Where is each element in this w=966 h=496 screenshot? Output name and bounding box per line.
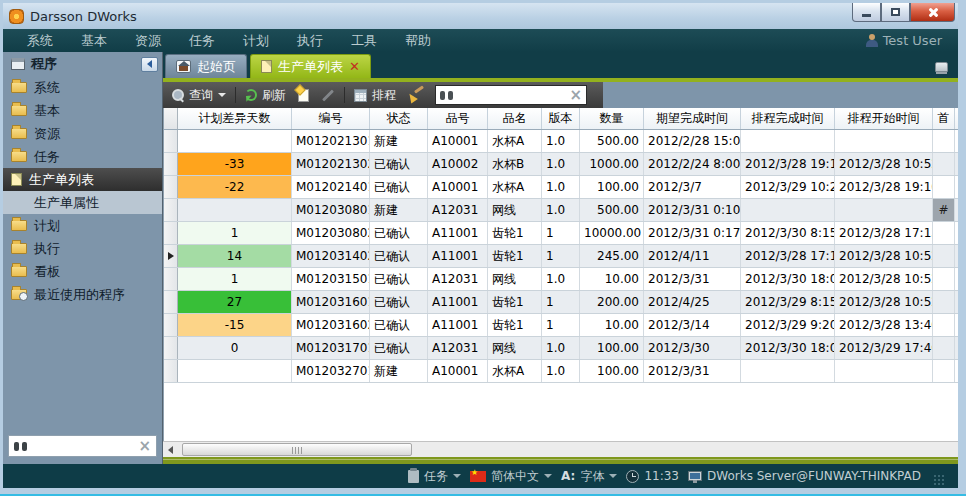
clear-search-icon[interactable]: × xyxy=(138,439,151,454)
sidebar-item[interactable]: 计划 xyxy=(3,214,162,237)
grid-cell-diff[interactable] xyxy=(178,130,292,152)
table-row[interactable]: M012030801新建A12031网线1.0500.002012/3/31 0… xyxy=(164,199,958,222)
grid-cell-start[interactable]: 2012/3/28 10:52 xyxy=(835,153,933,175)
grid-cell-diff[interactable]: -33 xyxy=(178,153,292,175)
grid-cell-item[interactable]: A11001 xyxy=(428,314,488,336)
grid-cell-start[interactable]: 2012/3/28 17:13 xyxy=(835,222,933,244)
grid-cell-due[interactable]: 2012/4/25 xyxy=(644,291,741,313)
user-area[interactable]: Test User xyxy=(866,33,948,48)
grid-cell-extra[interactable] xyxy=(933,337,955,359)
grid-cell-diff[interactable]: 14 xyxy=(178,245,292,267)
grid-cell-status[interactable]: 已确认 xyxy=(370,176,428,198)
grid-cell-due[interactable]: 2012/3/31 xyxy=(644,360,741,382)
sidebar-search[interactable]: × xyxy=(8,435,157,457)
sidebar-item[interactable]: 生产单列表 xyxy=(3,168,162,191)
scroll-left-button[interactable] xyxy=(163,442,178,457)
grid-cell-qty[interactable]: 500.00 xyxy=(580,199,644,221)
toolbar-search-input[interactable]: × xyxy=(435,85,587,105)
grid-cell-item[interactable]: A10002 xyxy=(428,153,488,175)
row-header[interactable] xyxy=(164,337,178,359)
grid-cell-extra[interactable] xyxy=(933,314,955,336)
table-row[interactable]: M012021301新建A10001水杯A1.0500.002012/2/28 … xyxy=(164,130,958,153)
clear-search-icon[interactable]: × xyxy=(569,88,582,103)
table-row[interactable]: 27M012031601已确认A11001齿轮11200.002012/4/25… xyxy=(164,291,958,314)
grid-cell-due[interactable]: 2012/3/31 0:10 xyxy=(644,199,741,221)
grid-cell-start[interactable]: 2012/3/28 13:40 xyxy=(835,314,933,336)
grid-cell-diff[interactable] xyxy=(178,199,292,221)
task-dropdown[interactable]: 任务 xyxy=(408,468,461,485)
sidebar-item[interactable]: 生产单属性 xyxy=(3,191,162,214)
grid-cell-fin[interactable]: 2012/3/30 18:00 xyxy=(741,337,835,359)
grid-cell-qty[interactable]: 100.00 xyxy=(580,337,644,359)
grid-cell-qty[interactable]: 100.00 xyxy=(580,360,644,382)
grid-cell-status[interactable]: 已确认 xyxy=(370,314,428,336)
grid-cell-due[interactable]: 2012/3/14 xyxy=(644,314,741,336)
grid-cell-status[interactable]: 已确认 xyxy=(370,153,428,175)
grid-cell-name[interactable]: 网线 xyxy=(488,268,542,290)
grid-cell-ver[interactable]: 1.0 xyxy=(542,199,580,221)
grid-cell-qty[interactable]: 10.00 xyxy=(580,314,644,336)
menu-item[interactable]: 工具 xyxy=(337,32,391,50)
row-header[interactable] xyxy=(164,176,178,198)
tab-close-icon[interactable]: ✕ xyxy=(349,60,360,73)
grid-cell-diff[interactable]: 27 xyxy=(178,291,292,313)
grid-cell-extra[interactable] xyxy=(933,176,955,198)
grid-cell-item[interactable]: A11001 xyxy=(428,291,488,313)
grid-cell-start[interactable] xyxy=(835,360,933,382)
grid-cell-name[interactable]: 齿轮1 xyxy=(488,222,542,244)
horizontal-scrollbar[interactable] xyxy=(163,441,958,457)
grid-cell-ver[interactable]: 1 xyxy=(542,314,580,336)
grid-cell-diff[interactable] xyxy=(178,360,292,382)
row-header[interactable] xyxy=(164,291,178,313)
row-header[interactable] xyxy=(164,360,178,382)
row-header[interactable] xyxy=(164,153,178,175)
grid-cell-no[interactable]: M012032701 xyxy=(292,360,370,382)
grid-cell-diff[interactable]: 1 xyxy=(178,222,292,244)
grid-cell-no[interactable]: M012030802 xyxy=(292,222,370,244)
table-row[interactable]: 0M012031701已确认A12031网线1.0100.002012/3/30… xyxy=(164,337,958,360)
grid-cell-no[interactable]: M012031701 xyxy=(292,337,370,359)
grid-cell-diff[interactable]: -15 xyxy=(178,314,292,336)
grid-cell-fin[interactable]: 2012/3/28 17:13 xyxy=(741,245,835,267)
sidebar-item[interactable]: 执行 xyxy=(3,237,162,260)
menu-item[interactable]: 帮助 xyxy=(391,32,445,50)
query-button[interactable]: 查询 xyxy=(169,85,229,106)
font-dropdown[interactable]: A: 字体 xyxy=(561,468,617,485)
column-header[interactable]: 首 xyxy=(933,108,955,129)
table-row[interactable]: M012032701新建A10001水杯A1.0100.002012/3/31 xyxy=(164,360,958,383)
grid-cell-no[interactable]: M012031601 xyxy=(292,291,370,313)
grid-cell-status[interactable]: 已确认 xyxy=(370,245,428,267)
grid-cell-due[interactable]: 2012/3/30 xyxy=(644,337,741,359)
grid-cell-qty[interactable]: 200.00 xyxy=(580,291,644,313)
grid-cell-status[interactable]: 新建 xyxy=(370,130,428,152)
grid-cell-fin[interactable]: 2012/3/29 9:20 xyxy=(741,314,835,336)
grid-cell-extra[interactable] xyxy=(933,222,955,244)
sidebar-item[interactable]: 最近使用的程序 xyxy=(3,283,162,306)
grid-cell-ver[interactable]: 1.0 xyxy=(542,176,580,198)
column-header[interactable]: 排程完成时间 xyxy=(741,108,835,129)
grid-cell-item[interactable]: A12031 xyxy=(428,199,488,221)
grid-cell-name[interactable]: 水杯B xyxy=(488,153,542,175)
grid-cell-status[interactable]: 已确认 xyxy=(370,337,428,359)
title-bar[interactable]: Darsson DWorks xyxy=(3,3,958,29)
grid-cell-ver[interactable]: 1.0 xyxy=(542,268,580,290)
grid-cell-diff[interactable]: -22 xyxy=(178,176,292,198)
scrollbar-thumb[interactable] xyxy=(182,443,412,456)
schedule-button[interactable]: 排程 xyxy=(351,85,399,106)
grid-cell-name[interactable]: 齿轮1 xyxy=(488,291,542,313)
grid-cell-ver[interactable]: 1 xyxy=(542,222,580,244)
menu-item[interactable]: 系统 xyxy=(13,32,67,50)
grid-cell-name[interactable]: 水杯A xyxy=(488,360,542,382)
grid-cell-no[interactable]: M012030801 xyxy=(292,199,370,221)
grid-cell-due[interactable]: 2012/3/7 xyxy=(644,176,741,198)
grid-cell-item[interactable]: A10001 xyxy=(428,176,488,198)
table-row[interactable]: -22M012021401已确认A10001水杯A1.0100.002012/3… xyxy=(164,176,958,199)
grid-cell-item[interactable]: A10001 xyxy=(428,360,488,382)
clean-button[interactable] xyxy=(405,86,427,104)
grid-cell-item[interactable]: A12031 xyxy=(428,337,488,359)
grid-cell-fin[interactable]: 2012/3/29 10:20 xyxy=(741,176,835,198)
sidebar-collapse-button[interactable] xyxy=(141,57,158,72)
sidebar-item[interactable]: 看板 xyxy=(3,260,162,283)
resize-grip[interactable] xyxy=(934,475,944,477)
column-header[interactable]: 计划差异天数 xyxy=(178,108,292,129)
